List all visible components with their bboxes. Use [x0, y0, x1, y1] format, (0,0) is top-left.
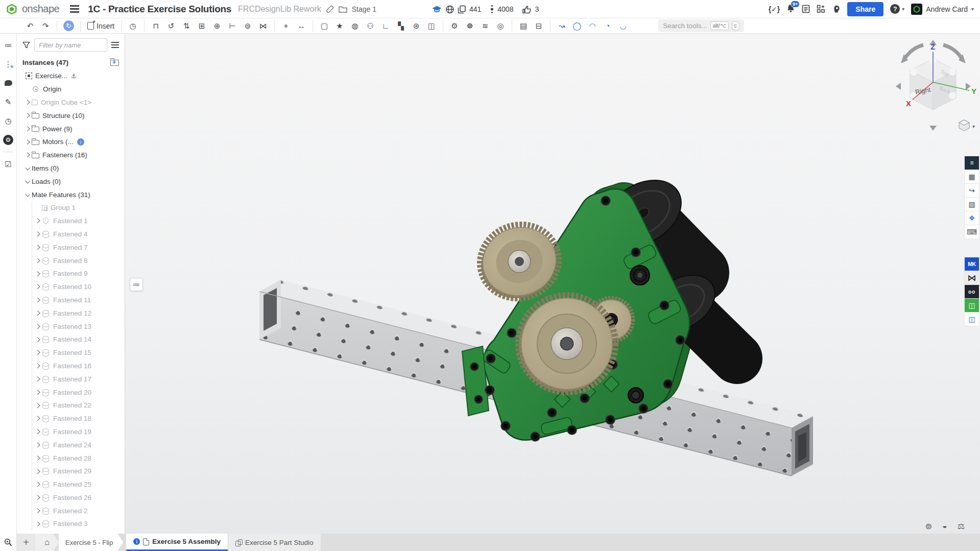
document-title[interactable]: 1C - Practice Exercise Solutions [88, 4, 231, 15]
chevron-icon[interactable] [34, 430, 42, 434]
chevron-icon[interactable] [34, 364, 42, 368]
keyboard-shortcuts-icon[interactable]: ⌨ [965, 225, 979, 238]
ai-assistant-icon[interactable] [832, 5, 841, 13]
butterfly-app-icon[interactable]: ⋈ [965, 271, 979, 284]
parallel-mate-icon[interactable]: ⋈ [256, 20, 270, 32]
display-states-icon[interactable]: ▚ [394, 20, 408, 32]
toolbar-divider[interactable] [313, 20, 313, 32]
rack-relation-icon[interactable]: ☸ [463, 20, 476, 32]
tree-item[interactable]: Fastened 9 [17, 267, 125, 280]
public-globe-icon[interactable] [445, 5, 454, 14]
checklist-icon[interactable]: ☑ [0, 155, 17, 174]
tree-item[interactable]: Fastened 24 [17, 438, 125, 451]
tab-exercise5-assembly[interactable]: i Exercise 5 Assembly [126, 534, 228, 551]
chevron-icon[interactable] [34, 298, 42, 302]
chevron-icon[interactable] [34, 351, 42, 354]
replicate-icon[interactable]: ◍ [348, 20, 362, 32]
likes-icon[interactable] [522, 5, 531, 14]
chevron-icon[interactable] [34, 417, 42, 420]
tree-item[interactable]: Fastened 4 [17, 228, 125, 241]
toolbar-divider[interactable] [144, 20, 145, 32]
blue-book-app-icon[interactable]: ◫ [965, 313, 979, 326]
gear-relation-icon[interactable]: ⚙ [448, 20, 461, 32]
belt-relation-icon[interactable]: ◎ [494, 20, 507, 32]
view-cube[interactable]: Top Back Right Z Y X ▾ [889, 37, 978, 136]
chevron-icon[interactable] [34, 325, 42, 328]
chevron-icon[interactable] [24, 101, 32, 104]
tree-item[interactable]: Fastened 7 [17, 241, 125, 254]
copies-icon[interactable] [458, 5, 466, 14]
tree-item[interactable]: Structure (10) [17, 109, 125, 122]
chevron-icon[interactable] [34, 259, 42, 262]
chevron-icon[interactable] [24, 180, 32, 183]
chevron-icon[interactable] [24, 114, 32, 117]
tree-item[interactable]: Fastened 28 [17, 451, 125, 465]
tree-item[interactable]: Fastened 14 [17, 333, 125, 346]
tree-item[interactable]: Fastened 22 [17, 399, 125, 412]
toolbar-divider[interactable] [80, 20, 81, 32]
relations-icon[interactable]: ⊛ [410, 20, 423, 32]
measure-icon[interactable]: ↔ [295, 20, 308, 32]
assembly-structure-flyout-button[interactable]: ≔ [130, 278, 143, 291]
chevron-icon[interactable] [34, 338, 42, 342]
mass-properties-icon[interactable]: ⚖ [958, 521, 965, 531]
learning-icon[interactable] [432, 5, 442, 13]
chevron-icon[interactable] [34, 509, 42, 513]
onshape-logo-icon[interactable] [6, 4, 17, 15]
insert-button[interactable]: Insert [87, 22, 114, 30]
cylindrical-mate-icon[interactable]: ⊕ [210, 20, 224, 32]
versions-count-icon[interactable] [490, 5, 494, 14]
gearbox-assembly-model[interactable] [125, 34, 980, 534]
tree-item[interactable]: Fastened 8 [17, 254, 125, 267]
versions-pinwheel-icon[interactable]: ❖ [965, 211, 979, 225]
chevron-icon[interactable] [34, 232, 42, 236]
tree-item[interactable]: Fastened 1 [17, 214, 125, 228]
tab-exercise5-flip[interactable]: Exercise 5 - Flip [59, 534, 123, 551]
tree-item[interactable]: Fastened 26 [17, 491, 125, 505]
chevron-icon[interactable] [24, 127, 32, 131]
create-drawing-icon[interactable]: ⊟ [532, 20, 545, 32]
toolbar-divider[interactable] [443, 20, 443, 32]
feature-scripts-icon[interactable]: {✓} [769, 5, 780, 13]
tree-item[interactable]: Fastened 20 [17, 386, 125, 399]
projection-mode-button[interactable]: ▾ [959, 120, 975, 131]
tree-item[interactable]: Fastened 17 [17, 372, 125, 386]
spring-icon[interactable]: ≋ [479, 20, 492, 32]
properties-panel-icon[interactable]: ≡ [965, 156, 979, 170]
select-box-icon[interactable]: ▢ [318, 20, 331, 32]
bom-panel-icon[interactable]: ▦ [965, 170, 979, 183]
final-update-icon[interactable]: ↻ [63, 20, 74, 31]
tab-exercise5-partstudio[interactable]: Exercise 5 Part Studio [228, 534, 321, 551]
chevron-icon[interactable] [34, 483, 42, 486]
workspace-name[interactable]: Stage 1 [352, 5, 376, 13]
performance-icon[interactable] [0, 130, 17, 149]
tree-item[interactable]: Fastened 18 [17, 412, 125, 425]
versions-history-icon[interactable]: ⋮ [0, 55, 17, 74]
tree-item[interactable]: Fastened 11 [17, 294, 125, 307]
apps-grid-icon[interactable] [817, 5, 825, 13]
animate-orbit-icon[interactable]: ◠ [586, 20, 599, 32]
tree-item[interactable]: Fastened 16 [17, 360, 125, 373]
chevron-icon[interactable] [34, 246, 42, 249]
tree-item[interactable]: Power (9) [17, 122, 125, 135]
redo-icon[interactable]: ↷ [39, 20, 52, 32]
chevron-icon[interactable] [24, 153, 32, 157]
release-notes-icon[interactable]: ✎ [0, 92, 17, 111]
bom-table-icon[interactable]: ▤ [517, 20, 530, 32]
comments-icon[interactable] [0, 74, 17, 92]
tree-item[interactable]: Fastened 13 [17, 320, 125, 333]
tree-item[interactable]: Fastened 29 [17, 465, 125, 478]
named-positions-icon[interactable]: ★ [333, 20, 346, 32]
in-context-icon[interactable]: ∟ [379, 20, 392, 32]
tree-item[interactable]: Group 1 [17, 201, 125, 214]
toolbar-divider[interactable] [512, 20, 512, 32]
undo-icon[interactable]: ↶ [23, 20, 37, 32]
chevron-icon[interactable] [34, 457, 42, 460]
home-tab[interactable]: ⌂ [35, 534, 59, 551]
exploded-view-icon[interactable]: ↝ [555, 20, 568, 32]
tasks-icon[interactable] [802, 5, 810, 13]
chevron-icon[interactable] [34, 272, 42, 276]
revolute-mate-icon[interactable]: ↺ [164, 20, 178, 32]
chevron-icon[interactable] [24, 194, 32, 196]
mate-connector-icon[interactable]: ◷ [126, 20, 139, 32]
